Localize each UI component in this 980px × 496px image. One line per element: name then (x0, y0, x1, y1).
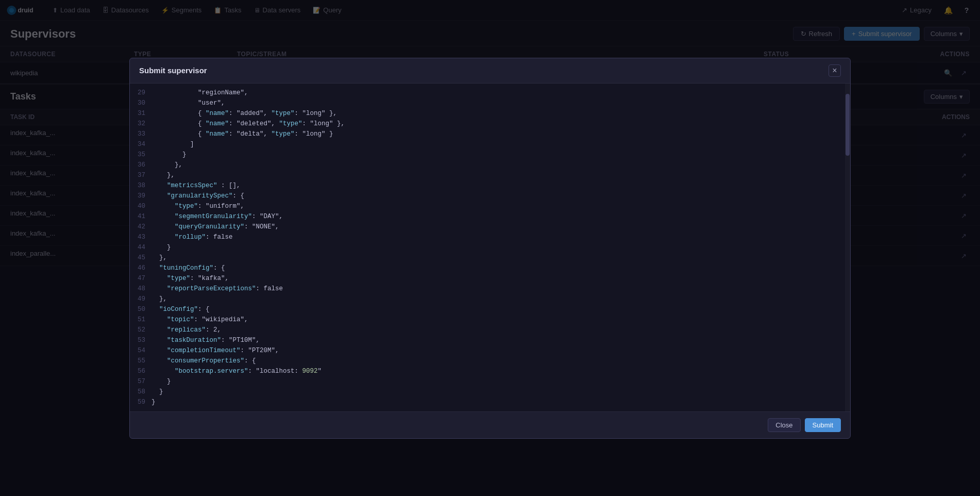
code-line: 54 "completionTimeout": "PT20M", (130, 345, 845, 356)
code-line: 35 } (130, 150, 845, 160)
code-line: 56 "bootstrap.servers": "localhost: 9092… (130, 366, 845, 376)
code-line: 44 } (130, 242, 845, 253)
code-line: 38 "metricsSpec" : [], (130, 180, 845, 191)
code-line: 30 "user", (130, 98, 845, 108)
code-line: 37 }, (130, 170, 845, 180)
submit-supervisor-modal: Submit supervisor × 29 "regionName",30 "… (129, 58, 851, 439)
code-line: 58 } (130, 387, 845, 397)
modal-header: Submit supervisor × (130, 58, 850, 84)
code-line: 50 "ioConfig": { (130, 304, 845, 315)
code-line: 59} (130, 397, 845, 407)
code-line: 42 "queryGranularity": "NONE", (130, 222, 845, 232)
scrollbar-track (845, 84, 850, 411)
code-line: 39 "granularitySpec": { (130, 191, 845, 201)
code-line: 43 "rollup": false (130, 232, 845, 242)
modal-body: 29 "regionName",30 "user",31 { "name": "… (130, 84, 850, 411)
code-line: 55 "consumerProperties": { (130, 356, 845, 366)
code-line: 33 { "name": "delta", "type": "long" } (130, 129, 845, 139)
modal-footer: Close Submit (130, 411, 850, 438)
code-editor[interactable]: 29 "regionName",30 "user",31 { "name": "… (130, 84, 845, 411)
code-line: 45 }, (130, 253, 845, 263)
code-line: 29 "regionName", (130, 88, 845, 98)
code-line: 40 "type": "uniform", (130, 201, 845, 211)
scrollbar-thumb (846, 94, 850, 156)
code-line: 41 "segmentGranularity": "DAY", (130, 211, 845, 222)
close-button[interactable]: Close (768, 418, 800, 432)
code-line: 49 }, (130, 294, 845, 304)
code-line: 48 "reportParseExceptions": false (130, 284, 845, 294)
submit-button[interactable]: Submit (805, 418, 841, 432)
modal-overlay[interactable]: Submit supervisor × 29 "regionName",30 "… (0, 0, 980, 496)
code-line: 53 "taskDuration": "PT10M", (130, 335, 845, 345)
code-line: 32 { "name": "deleted", "type": "long" }… (130, 119, 845, 129)
code-line: 36 }, (130, 160, 845, 170)
code-line: 46 "tuningConfig": { (130, 263, 845, 273)
code-line: 47 "type": "kafka", (130, 273, 845, 284)
modal-title: Submit supervisor (139, 66, 207, 75)
code-line: 31 { "name": "added", "type": "long" }, (130, 108, 845, 119)
modal-close-button[interactable]: × (829, 64, 841, 77)
code-line: 57 } (130, 376, 845, 387)
code-line: 34 ] (130, 139, 845, 150)
code-line: 51 "topic": "wikipedia", (130, 315, 845, 325)
code-line: 52 "replicas": 2, (130, 325, 845, 335)
